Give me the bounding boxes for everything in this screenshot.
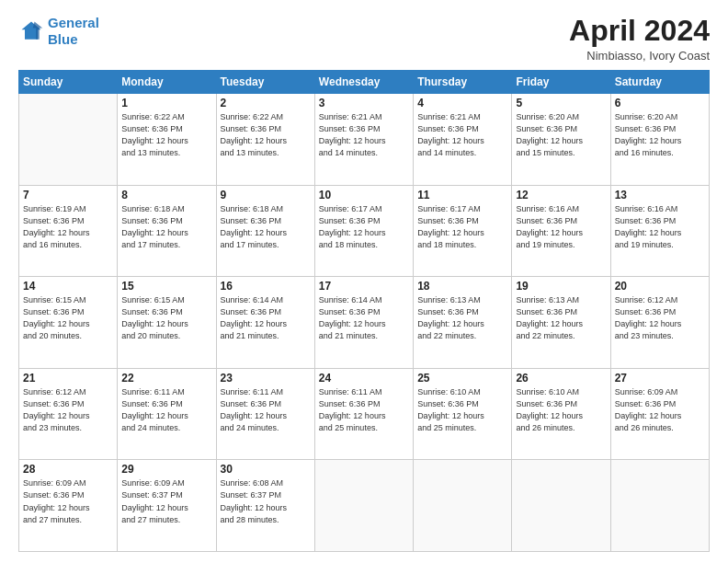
calendar-cell: 2Sunrise: 6:22 AM Sunset: 6:36 PM Daylig… bbox=[216, 94, 314, 186]
calendar-cell: 3Sunrise: 6:21 AM Sunset: 6:36 PM Daylig… bbox=[314, 94, 413, 186]
day-info: Sunrise: 6:19 AM Sunset: 6:36 PM Dayligh… bbox=[23, 203, 113, 251]
day-number: 23 bbox=[221, 372, 311, 385]
day-info: Sunrise: 6:13 AM Sunset: 6:36 PM Dayligh… bbox=[516, 294, 606, 342]
logo-icon bbox=[18, 18, 44, 44]
calendar-body: 1Sunrise: 6:22 AM Sunset: 6:36 PM Daylig… bbox=[19, 94, 710, 552]
day-info: Sunrise: 6:16 AM Sunset: 6:36 PM Dayligh… bbox=[615, 203, 705, 251]
calendar-cell: 7Sunrise: 6:19 AM Sunset: 6:36 PM Daylig… bbox=[19, 185, 118, 277]
calendar-day-header: Monday bbox=[118, 71, 216, 94]
calendar-cell: 14Sunrise: 6:15 AM Sunset: 6:36 PM Dayli… bbox=[19, 277, 118, 369]
calendar-cell: 27Sunrise: 6:09 AM Sunset: 6:36 PM Dayli… bbox=[610, 368, 709, 460]
day-info: Sunrise: 6:16 AM Sunset: 6:36 PM Dayligh… bbox=[516, 203, 606, 251]
calendar-cell: 30Sunrise: 6:08 AM Sunset: 6:37 PM Dayli… bbox=[216, 460, 314, 552]
day-info: Sunrise: 6:09 AM Sunset: 6:36 PM Dayligh… bbox=[615, 386, 705, 434]
page: General Blue April 2024 Nimbiasso, Ivory… bbox=[0, 0, 728, 563]
header: General Blue April 2024 Nimbiasso, Ivory… bbox=[18, 15, 710, 63]
day-number: 11 bbox=[417, 189, 507, 201]
day-info: Sunrise: 6:08 AM Sunset: 6:37 PM Dayligh… bbox=[221, 477, 311, 525]
calendar-day-header: Thursday bbox=[414, 71, 512, 94]
calendar-cell bbox=[314, 460, 413, 552]
calendar-cell: 4Sunrise: 6:21 AM Sunset: 6:36 PM Daylig… bbox=[414, 94, 512, 186]
day-info: Sunrise: 6:14 AM Sunset: 6:36 PM Dayligh… bbox=[319, 294, 409, 342]
month-title: April 2024 bbox=[569, 15, 710, 47]
calendar-cell: 22Sunrise: 6:11 AM Sunset: 6:36 PM Dayli… bbox=[118, 368, 216, 460]
calendar-cell: 5Sunrise: 6:20 AM Sunset: 6:36 PM Daylig… bbox=[512, 94, 610, 186]
day-number: 20 bbox=[615, 280, 705, 293]
calendar-header-row: SundayMondayTuesdayWednesdayThursdayFrid… bbox=[19, 71, 710, 94]
day-info: Sunrise: 6:22 AM Sunset: 6:36 PM Dayligh… bbox=[121, 111, 211, 159]
day-number: 28 bbox=[23, 463, 113, 476]
logo-general: General bbox=[48, 15, 99, 30]
day-info: Sunrise: 6:10 AM Sunset: 6:36 PM Dayligh… bbox=[417, 386, 507, 434]
calendar-table: SundayMondayTuesdayWednesdayThursdayFrid… bbox=[18, 70, 710, 552]
calendar-cell: 21Sunrise: 6:12 AM Sunset: 6:36 PM Dayli… bbox=[19, 368, 118, 460]
day-info: Sunrise: 6:22 AM Sunset: 6:36 PM Dayligh… bbox=[221, 111, 311, 159]
day-number: 24 bbox=[319, 372, 409, 385]
calendar-cell: 24Sunrise: 6:11 AM Sunset: 6:36 PM Dayli… bbox=[314, 368, 413, 460]
calendar-cell: 16Sunrise: 6:14 AM Sunset: 6:36 PM Dayli… bbox=[216, 277, 314, 369]
day-number: 19 bbox=[516, 280, 606, 293]
calendar-cell: 19Sunrise: 6:13 AM Sunset: 6:36 PM Dayli… bbox=[512, 277, 610, 369]
calendar-cell bbox=[414, 460, 512, 552]
calendar-day-header: Friday bbox=[512, 71, 610, 94]
day-info: Sunrise: 6:11 AM Sunset: 6:36 PM Dayligh… bbox=[121, 386, 211, 434]
day-info: Sunrise: 6:18 AM Sunset: 6:36 PM Dayligh… bbox=[121, 203, 211, 251]
day-number: 30 bbox=[221, 463, 311, 476]
day-info: Sunrise: 6:17 AM Sunset: 6:36 PM Dayligh… bbox=[417, 203, 507, 251]
calendar-week-row: 1Sunrise: 6:22 AM Sunset: 6:36 PM Daylig… bbox=[19, 94, 710, 186]
day-number: 17 bbox=[319, 280, 409, 293]
calendar-cell: 17Sunrise: 6:14 AM Sunset: 6:36 PM Dayli… bbox=[314, 277, 413, 369]
day-info: Sunrise: 6:09 AM Sunset: 6:37 PM Dayligh… bbox=[121, 477, 211, 525]
calendar-cell: 1Sunrise: 6:22 AM Sunset: 6:36 PM Daylig… bbox=[118, 94, 216, 186]
day-number: 18 bbox=[417, 280, 507, 293]
calendar-week-row: 21Sunrise: 6:12 AM Sunset: 6:36 PM Dayli… bbox=[19, 368, 710, 460]
day-info: Sunrise: 6:13 AM Sunset: 6:36 PM Dayligh… bbox=[417, 294, 507, 342]
calendar-cell: 25Sunrise: 6:10 AM Sunset: 6:36 PM Dayli… bbox=[414, 368, 512, 460]
day-number: 13 bbox=[615, 189, 705, 201]
calendar-cell: 10Sunrise: 6:17 AM Sunset: 6:36 PM Dayli… bbox=[314, 185, 413, 277]
day-info: Sunrise: 6:18 AM Sunset: 6:36 PM Dayligh… bbox=[221, 203, 311, 251]
day-number: 6 bbox=[615, 97, 705, 109]
day-number: 22 bbox=[121, 372, 211, 385]
day-info: Sunrise: 6:21 AM Sunset: 6:36 PM Dayligh… bbox=[319, 111, 409, 159]
day-info: Sunrise: 6:20 AM Sunset: 6:36 PM Dayligh… bbox=[516, 111, 606, 159]
calendar-day-header: Tuesday bbox=[216, 71, 314, 94]
calendar-cell bbox=[19, 94, 118, 186]
day-number: 14 bbox=[23, 280, 113, 293]
calendar-cell: 8Sunrise: 6:18 AM Sunset: 6:36 PM Daylig… bbox=[118, 185, 216, 277]
calendar-cell: 13Sunrise: 6:16 AM Sunset: 6:36 PM Dayli… bbox=[610, 185, 709, 277]
day-number: 15 bbox=[121, 280, 211, 293]
calendar-cell: 12Sunrise: 6:16 AM Sunset: 6:36 PM Dayli… bbox=[512, 185, 610, 277]
calendar-cell: 20Sunrise: 6:12 AM Sunset: 6:36 PM Dayli… bbox=[610, 277, 709, 369]
day-number: 7 bbox=[23, 189, 113, 201]
day-number: 29 bbox=[121, 463, 211, 476]
day-info: Sunrise: 6:15 AM Sunset: 6:36 PM Dayligh… bbox=[121, 294, 211, 342]
day-info: Sunrise: 6:12 AM Sunset: 6:36 PM Dayligh… bbox=[615, 294, 705, 342]
day-info: Sunrise: 6:12 AM Sunset: 6:36 PM Dayligh… bbox=[23, 386, 113, 434]
day-info: Sunrise: 6:21 AM Sunset: 6:36 PM Dayligh… bbox=[417, 111, 507, 159]
day-info: Sunrise: 6:17 AM Sunset: 6:36 PM Dayligh… bbox=[319, 203, 409, 251]
location-subtitle: Nimbiasso, Ivory Coast bbox=[569, 49, 710, 63]
day-number: 10 bbox=[319, 189, 409, 201]
logo-text: General Blue bbox=[48, 15, 99, 48]
calendar-cell: 11Sunrise: 6:17 AM Sunset: 6:36 PM Dayli… bbox=[414, 185, 512, 277]
title-block: April 2024 Nimbiasso, Ivory Coast bbox=[569, 15, 710, 63]
day-number: 4 bbox=[417, 97, 507, 109]
logo: General Blue bbox=[18, 15, 99, 48]
day-number: 16 bbox=[221, 280, 311, 293]
day-info: Sunrise: 6:10 AM Sunset: 6:36 PM Dayligh… bbox=[516, 386, 606, 434]
day-number: 8 bbox=[121, 189, 211, 201]
calendar-day-header: Sunday bbox=[19, 71, 118, 94]
day-number: 21 bbox=[23, 372, 113, 385]
day-info: Sunrise: 6:15 AM Sunset: 6:36 PM Dayligh… bbox=[23, 294, 113, 342]
day-info: Sunrise: 6:11 AM Sunset: 6:36 PM Dayligh… bbox=[319, 386, 409, 434]
calendar-cell: 9Sunrise: 6:18 AM Sunset: 6:36 PM Daylig… bbox=[216, 185, 314, 277]
calendar-day-header: Saturday bbox=[610, 71, 709, 94]
calendar-week-row: 28Sunrise: 6:09 AM Sunset: 6:36 PM Dayli… bbox=[19, 460, 710, 552]
day-info: Sunrise: 6:20 AM Sunset: 6:36 PM Dayligh… bbox=[615, 111, 705, 159]
day-number: 25 bbox=[417, 372, 507, 385]
day-number: 2 bbox=[221, 97, 311, 109]
day-number: 9 bbox=[221, 189, 311, 201]
calendar-cell: 29Sunrise: 6:09 AM Sunset: 6:37 PM Dayli… bbox=[118, 460, 216, 552]
day-number: 1 bbox=[121, 97, 211, 109]
